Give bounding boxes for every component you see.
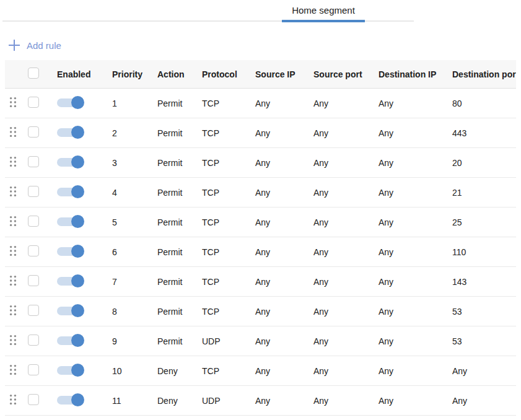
table-header-row: Enabled Priority Action Protocol Source …: [5, 60, 516, 89]
enabled-toggle[interactable]: [57, 245, 84, 258]
column-header-action: Action: [152, 69, 197, 79]
cell-source-port: Any: [309, 247, 374, 257]
table-row: 5 Permit TCP Any Any Any 25: [5, 208, 516, 237]
cell-source-ip: Any: [250, 98, 309, 108]
table-body: 1 Permit TCP Any Any Any 80 2: [5, 89, 516, 416]
cell-destination-port: 80: [447, 98, 516, 108]
cell-source-port: Any: [309, 158, 374, 168]
drag-handle-icon[interactable]: [9, 216, 17, 227]
cell-source-port: Any: [309, 217, 374, 227]
enabled-toggle[interactable]: [57, 364, 84, 377]
cell-priority: 2: [107, 128, 152, 138]
cell-protocol: TCP: [197, 158, 250, 168]
row-checkbox[interactable]: [28, 275, 39, 286]
cell-protocol: TCP: [197, 277, 250, 287]
drag-handle-icon[interactable]: [9, 364, 17, 375]
table-row: 11 Deny UDP Any Any Any Any: [5, 386, 516, 416]
drag-handle-icon[interactable]: [9, 305, 17, 316]
cell-action: Permit: [152, 277, 197, 287]
cell-source-port: Any: [309, 336, 374, 346]
tab-bar: Home segment: [0, 0, 521, 22]
enabled-toggle[interactable]: [57, 304, 84, 317]
toggle-thumb: [71, 274, 84, 287]
drag-handle-icon[interactable]: [9, 394, 17, 405]
enabled-toggle[interactable]: [57, 96, 84, 109]
column-header-source-ip: Source IP: [250, 69, 309, 79]
toggle-thumb: [71, 393, 84, 406]
row-checkbox[interactable]: [28, 216, 39, 227]
toggle-thumb: [71, 334, 84, 347]
cell-destination-ip: Any: [374, 396, 447, 406]
cell-priority: 9: [107, 336, 152, 346]
cell-priority: 10: [107, 366, 152, 376]
drag-handle-icon[interactable]: [9, 335, 17, 346]
row-checkbox[interactable]: [28, 126, 39, 138]
enabled-toggle[interactable]: [57, 274, 84, 287]
enabled-toggle[interactable]: [57, 126, 84, 139]
cell-source-port: Any: [309, 188, 374, 198]
column-header-priority: Priority: [107, 69, 152, 79]
cell-destination-port: 25: [447, 217, 516, 227]
enabled-toggle[interactable]: [57, 215, 84, 228]
select-all-checkbox[interactable]: [28, 68, 39, 79]
row-checkbox[interactable]: [28, 364, 39, 375]
cell-protocol: TCP: [197, 188, 250, 198]
cell-priority: 8: [107, 307, 152, 317]
cell-action: Permit: [152, 247, 197, 257]
enabled-toggle[interactable]: [57, 334, 84, 347]
table-row: 2 Permit TCP Any Any Any 443: [5, 118, 516, 148]
enabled-toggle[interactable]: [57, 393, 84, 406]
toggle-thumb: [71, 96, 84, 109]
cell-protocol: UDP: [197, 336, 250, 346]
cell-destination-port: 443: [447, 128, 516, 138]
cell-action: Deny: [152, 396, 197, 406]
cell-destination-ip: Any: [374, 217, 447, 227]
cell-protocol: TCP: [197, 128, 250, 138]
cell-destination-ip: Any: [374, 366, 447, 376]
drag-handle-icon[interactable]: [9, 275, 17, 286]
cell-priority: 6: [107, 247, 152, 257]
cell-destination-ip: Any: [374, 336, 447, 346]
row-checkbox[interactable]: [28, 305, 39, 316]
enabled-toggle[interactable]: [57, 155, 84, 168]
cell-destination-ip: Any: [374, 98, 447, 108]
row-checkbox[interactable]: [28, 186, 39, 197]
cell-priority: 3: [107, 158, 152, 168]
row-checkbox[interactable]: [28, 245, 39, 256]
table-row: 10 Deny TCP Any Any Any Any: [5, 356, 516, 386]
row-checkbox[interactable]: [28, 394, 39, 405]
table-row: 1 Permit TCP Any Any Any 80: [5, 89, 516, 118]
cell-protocol: TCP: [197, 307, 250, 317]
cell-destination-ip: Any: [374, 128, 447, 138]
drag-handle-icon[interactable]: [9, 156, 17, 167]
cell-source-port: Any: [309, 98, 374, 108]
cell-source-ip: Any: [250, 366, 309, 376]
rules-table: Enabled Priority Action Protocol Source …: [5, 60, 516, 416]
cell-destination-ip: Any: [374, 277, 447, 287]
enabled-toggle[interactable]: [57, 185, 84, 198]
cell-protocol: UDP: [197, 396, 250, 406]
tab-home-segment[interactable]: Home segment: [282, 0, 365, 20]
cell-source-ip: Any: [250, 247, 309, 257]
drag-handle-icon[interactable]: [9, 97, 17, 108]
row-checkbox[interactable]: [28, 97, 39, 108]
cell-action: Permit: [152, 217, 197, 227]
row-checkbox[interactable]: [28, 156, 39, 167]
toggle-thumb: [71, 304, 84, 317]
cell-source-ip: Any: [250, 336, 309, 346]
plus-icon: [9, 40, 20, 51]
row-checkbox[interactable]: [28, 335, 39, 346]
drag-handle-icon[interactable]: [9, 126, 17, 138]
cell-source-port: Any: [309, 128, 374, 138]
drag-handle-icon[interactable]: [9, 186, 17, 197]
cell-source-port: Any: [309, 366, 374, 376]
cell-action: Permit: [152, 98, 197, 108]
cell-source-ip: Any: [250, 217, 309, 227]
add-rule-button[interactable]: Add rule: [9, 37, 61, 53]
cell-source-ip: Any: [250, 188, 309, 198]
toggle-thumb: [71, 215, 84, 228]
drag-handle-icon[interactable]: [9, 245, 17, 256]
toggle-thumb: [71, 245, 84, 258]
column-header-destination-ip: Destination IP: [374, 69, 447, 79]
column-header-protocol: Protocol: [197, 69, 250, 79]
